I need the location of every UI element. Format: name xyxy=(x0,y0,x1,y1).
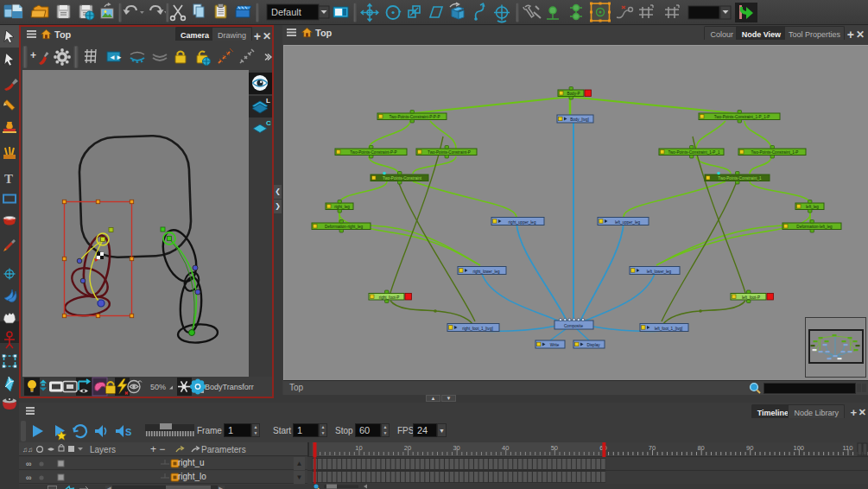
svg-text:Display: Display xyxy=(586,343,600,347)
svg-text:Deformation-left_leg: Deformation-left_leg xyxy=(796,225,833,229)
svg-text:left_leg: left_leg xyxy=(806,205,819,209)
svg-text:right_upper_leg: right_upper_leg xyxy=(509,220,536,225)
svg-text:30: 30 xyxy=(453,444,459,452)
svg-text:◄►: ◄► xyxy=(109,54,123,61)
svg-text:90: 90 xyxy=(746,444,753,452)
svg-text:Two-Points-Constraint_1-P_1-P: Two-Points-Constraint_1-P_1-P xyxy=(714,115,770,119)
svg-text:Two-Points-Constraint: Two-Points-Constraint xyxy=(383,176,422,181)
svg-text:50: 50 xyxy=(551,444,558,452)
svg-text:Body-P: Body-P xyxy=(567,92,580,96)
svg-text:♫♫: ♫♫ xyxy=(22,446,33,454)
svg-text:Two-Points-Constraint-P-P: Two-Points-Constraint-P-P xyxy=(350,150,396,155)
svg-text:right_foot-P: right_foot-P xyxy=(379,295,400,300)
svg-text:left_lower_leg: left_lower_leg xyxy=(647,270,672,274)
svg-text:right_foot_1_[tvg]: right_foot_1_[tvg] xyxy=(462,327,493,331)
svg-text:Two-Points-Constraint_1-P_1: Two-Points-Constraint_1-P_1 xyxy=(668,150,719,155)
svg-text:Two-Points-Constraint_1: Two-Points-Constraint_1 xyxy=(718,176,762,181)
svg-text:Write: Write xyxy=(550,343,560,347)
svg-text:80: 80 xyxy=(697,444,704,452)
svg-text:Body_[tvg]: Body_[tvg] xyxy=(570,117,589,122)
svg-text:S: S xyxy=(125,427,131,437)
svg-text:Composite: Composite xyxy=(564,324,583,328)
svg-text:40: 40 xyxy=(502,444,509,452)
svg-text:left_upper_leg: left_upper_leg xyxy=(615,220,641,225)
svg-text:Deformation-right_leg: Deformation-right_leg xyxy=(325,225,364,229)
svg-text:∞: ∞ xyxy=(26,460,31,468)
svg-text:T: T xyxy=(4,172,13,186)
svg-text:110: 110 xyxy=(842,444,852,452)
svg-text:Two-Points-Constraint-P-P-P: Two-Points-Constraint-P-P-P xyxy=(390,115,440,119)
svg-text:right_lower_leg: right_lower_leg xyxy=(472,270,500,274)
svg-text:70: 70 xyxy=(649,444,656,452)
svg-text:C: C xyxy=(266,119,271,127)
svg-text:100: 100 xyxy=(794,444,805,452)
svg-text:right_leg: right_leg xyxy=(334,205,350,209)
svg-text:20: 20 xyxy=(404,444,411,452)
svg-text:10: 10 xyxy=(355,444,362,452)
svg-text:+: + xyxy=(30,49,36,61)
svg-text:Default: Default xyxy=(271,7,301,17)
svg-text:left_foot_1_[tvg]: left_foot_1_[tvg] xyxy=(655,327,683,331)
svg-text:Two-Points-Constraint_1-P: Two-Points-Constraint_1-P xyxy=(751,150,799,155)
svg-text:∞: ∞ xyxy=(26,473,31,482)
svg-text:L: L xyxy=(266,97,270,105)
svg-text:left_foot-P: left_foot-P xyxy=(742,295,760,300)
svg-text:Two-Points-Constraint-P: Two-Points-Constraint-P xyxy=(428,150,471,155)
